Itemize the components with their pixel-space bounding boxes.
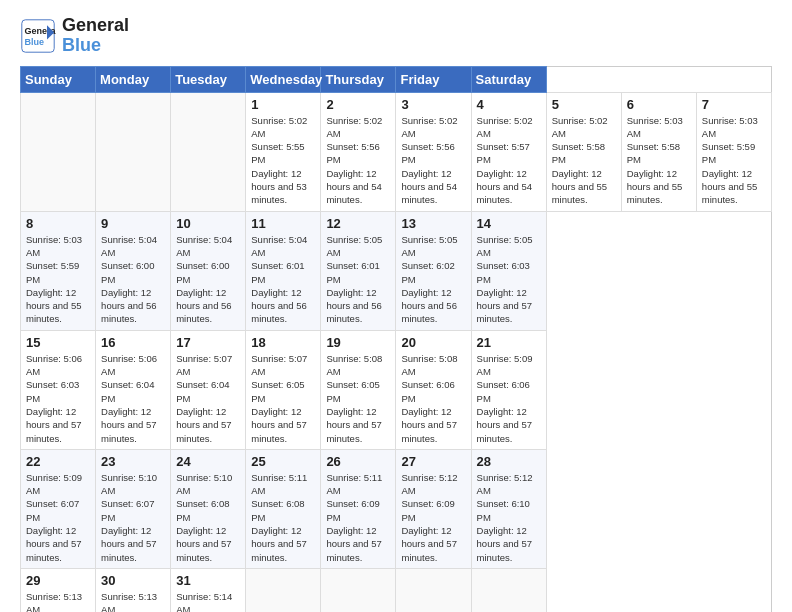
calendar-cell [471,568,546,612]
day-number: 23 [101,454,165,469]
calendar-cell: 19 Sunrise: 5:08 AMSunset: 6:05 PMDaylig… [321,330,396,449]
day-info: Sunrise: 5:02 AMSunset: 5:55 PMDaylight:… [251,115,307,206]
day-info: Sunrise: 5:12 AMSunset: 6:10 PMDaylight:… [477,472,533,563]
day-info: Sunrise: 5:03 AMSunset: 5:59 PMDaylight:… [702,115,758,206]
calendar-cell: 13 Sunrise: 5:05 AMSunset: 6:02 PMDaylig… [396,211,471,330]
calendar-cell: 11 Sunrise: 5:04 AMSunset: 6:01 PMDaylig… [246,211,321,330]
day-number: 14 [477,216,541,231]
calendar-cell: 31 Sunrise: 5:14 AMSunset: 6:11 PMDaylig… [171,568,246,612]
day-info: Sunrise: 5:14 AMSunset: 6:11 PMDaylight:… [176,591,232,612]
page: General Blue GeneralBlue SundayMondayTue… [0,0,792,612]
calendar-cell: 24 Sunrise: 5:10 AMSunset: 6:08 PMDaylig… [171,449,246,568]
header: General Blue GeneralBlue [20,16,772,56]
calendar-cell: 28 Sunrise: 5:12 AMSunset: 6:10 PMDaylig… [471,449,546,568]
weekday-header-thursday: Thursday [321,66,396,92]
calendar-cell: 4 Sunrise: 5:02 AMSunset: 5:57 PMDayligh… [471,92,546,211]
day-info: Sunrise: 5:07 AMSunset: 6:04 PMDaylight:… [176,353,232,444]
day-info: Sunrise: 5:03 AMSunset: 5:58 PMDaylight:… [627,115,683,206]
day-number: 16 [101,335,165,350]
day-info: Sunrise: 5:04 AMSunset: 6:00 PMDaylight:… [176,234,232,325]
weekday-header-friday: Friday [396,66,471,92]
calendar-cell: 17 Sunrise: 5:07 AMSunset: 6:04 PMDaylig… [171,330,246,449]
day-number: 10 [176,216,240,231]
day-info: Sunrise: 5:10 AMSunset: 6:08 PMDaylight:… [176,472,232,563]
calendar-cell [321,568,396,612]
calendar-cell: 20 Sunrise: 5:08 AMSunset: 6:06 PMDaylig… [396,330,471,449]
calendar-cell [246,568,321,612]
calendar-cell: 30 Sunrise: 5:13 AMSunset: 6:10 PMDaylig… [96,568,171,612]
day-number: 17 [176,335,240,350]
day-info: Sunrise: 5:11 AMSunset: 6:09 PMDaylight:… [326,472,382,563]
day-info: Sunrise: 5:13 AMSunset: 6:10 PMDaylight:… [26,591,82,612]
calendar-cell: 16 Sunrise: 5:06 AMSunset: 6:04 PMDaylig… [96,330,171,449]
calendar-cell: 2 Sunrise: 5:02 AMSunset: 5:56 PMDayligh… [321,92,396,211]
calendar-cell: 6 Sunrise: 5:03 AMSunset: 5:58 PMDayligh… [621,92,696,211]
weekday-header-monday: Monday [96,66,171,92]
day-info: Sunrise: 5:10 AMSunset: 6:07 PMDaylight:… [101,472,157,563]
day-number: 12 [326,216,390,231]
calendar-cell: 22 Sunrise: 5:09 AMSunset: 6:07 PMDaylig… [21,449,96,568]
day-info: Sunrise: 5:09 AMSunset: 6:07 PMDaylight:… [26,472,82,563]
day-number: 25 [251,454,315,469]
day-info: Sunrise: 5:08 AMSunset: 6:05 PMDaylight:… [326,353,382,444]
day-number: 13 [401,216,465,231]
calendar-cell: 29 Sunrise: 5:13 AMSunset: 6:10 PMDaylig… [21,568,96,612]
day-number: 15 [26,335,90,350]
day-info: Sunrise: 5:05 AMSunset: 6:03 PMDaylight:… [477,234,533,325]
weekday-header-tuesday: Tuesday [171,66,246,92]
day-info: Sunrise: 5:04 AMSunset: 6:01 PMDaylight:… [251,234,307,325]
calendar-cell: 5 Sunrise: 5:02 AMSunset: 5:58 PMDayligh… [546,92,621,211]
day-info: Sunrise: 5:09 AMSunset: 6:06 PMDaylight:… [477,353,533,444]
day-number: 30 [101,573,165,588]
day-number: 27 [401,454,465,469]
weekday-header-wednesday: Wednesday [246,66,321,92]
calendar-cell: 25 Sunrise: 5:11 AMSunset: 6:08 PMDaylig… [246,449,321,568]
svg-text:Blue: Blue [25,37,45,47]
calendar-table: SundayMondayTuesdayWednesdayThursdayFrid… [20,66,772,612]
weekday-header-saturday: Saturday [471,66,546,92]
calendar-cell: 27 Sunrise: 5:12 AMSunset: 6:09 PMDaylig… [396,449,471,568]
calendar-cell: 1 Sunrise: 5:02 AMSunset: 5:55 PMDayligh… [246,92,321,211]
day-number: 11 [251,216,315,231]
day-info: Sunrise: 5:02 AMSunset: 5:56 PMDaylight:… [326,115,382,206]
day-info: Sunrise: 5:02 AMSunset: 5:58 PMDaylight:… [552,115,608,206]
day-number: 2 [326,97,390,112]
day-info: Sunrise: 5:07 AMSunset: 6:05 PMDaylight:… [251,353,307,444]
day-info: Sunrise: 5:04 AMSunset: 6:00 PMDaylight:… [101,234,157,325]
calendar-cell: 26 Sunrise: 5:11 AMSunset: 6:09 PMDaylig… [321,449,396,568]
day-info: Sunrise: 5:12 AMSunset: 6:09 PMDaylight:… [401,472,457,563]
day-info: Sunrise: 5:02 AMSunset: 5:56 PMDaylight:… [401,115,457,206]
calendar-cell: 12 Sunrise: 5:05 AMSunset: 6:01 PMDaylig… [321,211,396,330]
day-number: 21 [477,335,541,350]
calendar-cell: 3 Sunrise: 5:02 AMSunset: 5:56 PMDayligh… [396,92,471,211]
day-number: 26 [326,454,390,469]
day-info: Sunrise: 5:11 AMSunset: 6:08 PMDaylight:… [251,472,307,563]
day-number: 31 [176,573,240,588]
day-info: Sunrise: 5:13 AMSunset: 6:10 PMDaylight:… [101,591,157,612]
day-number: 29 [26,573,90,588]
calendar-cell [396,568,471,612]
day-info: Sunrise: 5:05 AMSunset: 6:01 PMDaylight:… [326,234,382,325]
day-info: Sunrise: 5:05 AMSunset: 6:02 PMDaylight:… [401,234,457,325]
logo: General Blue GeneralBlue [20,16,129,56]
day-number: 9 [101,216,165,231]
calendar-cell: 9 Sunrise: 5:04 AMSunset: 6:00 PMDayligh… [96,211,171,330]
day-number: 4 [477,97,541,112]
day-info: Sunrise: 5:08 AMSunset: 6:06 PMDaylight:… [401,353,457,444]
day-number: 3 [401,97,465,112]
day-info: Sunrise: 5:02 AMSunset: 5:57 PMDaylight:… [477,115,533,206]
day-number: 5 [552,97,616,112]
day-number: 19 [326,335,390,350]
calendar-cell: 14 Sunrise: 5:05 AMSunset: 6:03 PMDaylig… [471,211,546,330]
day-number: 22 [26,454,90,469]
day-info: Sunrise: 5:06 AMSunset: 6:04 PMDaylight:… [101,353,157,444]
logo-text: GeneralBlue [62,16,129,56]
day-info: Sunrise: 5:03 AMSunset: 5:59 PMDaylight:… [26,234,82,325]
calendar-cell: 23 Sunrise: 5:10 AMSunset: 6:07 PMDaylig… [96,449,171,568]
day-number: 28 [477,454,541,469]
calendar-cell [171,92,246,211]
weekday-header-sunday: Sunday [21,66,96,92]
calendar-cell [21,92,96,211]
day-number: 6 [627,97,691,112]
calendar-cell: 15 Sunrise: 5:06 AMSunset: 6:03 PMDaylig… [21,330,96,449]
